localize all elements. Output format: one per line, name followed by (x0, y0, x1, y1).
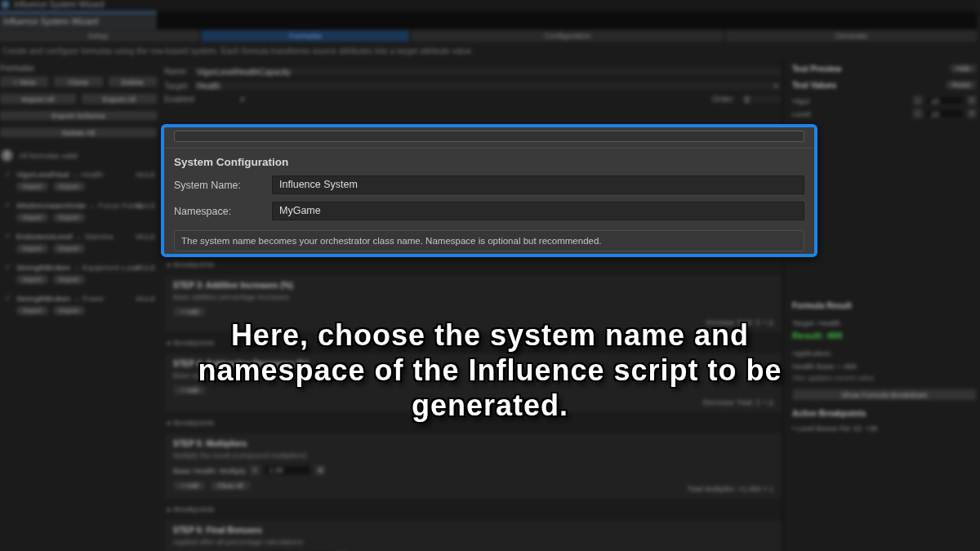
clone-formula-button[interactable]: Clone (53, 76, 103, 87)
remove-icon[interactable]: ⊗ (315, 465, 325, 475)
export-all-button[interactable]: Export All (81, 93, 158, 104)
checkmark-icon[interactable]: ✓ (5, 232, 11, 240)
formula-name: WisdomAwareSmite (16, 201, 86, 210)
formulas-sidebar: Formulas + New Clone Delete Import All E… (0, 59, 160, 551)
tab-formulas[interactable]: Formulas (202, 30, 409, 42)
screenshot-root: Influence System Wizard Influence System… (0, 0, 980, 551)
formula-badge: MULB (136, 233, 155, 241)
hide-button[interactable]: Hide (950, 64, 977, 73)
enabled-checkbox[interactable]: ✓ (238, 95, 247, 104)
import-all-button[interactable]: Import All (0, 93, 77, 104)
target-dropdown[interactable]: Health ▾ (192, 80, 782, 91)
reset-button[interactable]: Reset (946, 80, 977, 90)
multiplier-row: Base Health: Multiply × 1.05 ⊗ (173, 464, 773, 476)
breakpoints-foldout[interactable]: ▸ Breakpoints (167, 260, 782, 269)
formula-export-button[interactable]: Export (53, 306, 85, 315)
new-formula-button[interactable]: + New (0, 76, 49, 87)
window-title: Influence System Wizard (14, 0, 105, 9)
formula-import-button[interactable]: Import (16, 275, 48, 284)
namespace-row: Namespace: MyGame (174, 202, 804, 220)
formula-list-item[interactable]: ✓ StrengthBroken → Equipment Load MULB I… (0, 263, 158, 288)
info-icon: ! (1, 149, 13, 162)
caption-line: generated. (0, 388, 980, 423)
system-name-label: System Name: (174, 180, 272, 191)
active-breakpoint-item: • Level Bonus Per 10: +36 (792, 424, 977, 433)
checkmark-icon[interactable]: ✓ (5, 263, 11, 271)
step5-card: STEP 5: Multipliers Multiply the result … (164, 433, 782, 500)
system-configuration-callout: System Configuration System Name: Influe… (161, 124, 817, 257)
window-titlebar: Influence System Wizard (0, 0, 977, 11)
multiply-icon: × (250, 465, 260, 475)
system-name-input[interactable]: Influence System (272, 176, 804, 194)
formula-import-button[interactable]: Import (16, 306, 48, 315)
minus-button[interactable]: − (913, 109, 923, 118)
chevron-down-icon: ▾ (774, 82, 777, 90)
divider (164, 148, 814, 149)
target-label: Target: (164, 82, 192, 91)
test-values-header: Test Values Reset (792, 80, 977, 90)
checkmark-icon[interactable]: ✓ (5, 294, 11, 302)
result-title: Formula Result (792, 301, 852, 310)
delete-all-button[interactable]: Delete All (0, 127, 158, 138)
plus-button[interactable]: + (967, 96, 977, 105)
test-value-input[interactable]: 10 (926, 96, 964, 105)
step3-add-button[interactable]: + Add (173, 307, 206, 317)
validation-status-text: All formulas valid (19, 151, 78, 160)
test-preview-panel: Test Preview Hide Test Values Reset Vigo… (789, 59, 980, 551)
step3-desc: Base additive percentage increases (173, 293, 773, 301)
config-section-title: System Configuration (174, 156, 804, 168)
step3-title: STEP 3: Additive Increases (%) (173, 281, 773, 290)
formula-badge: MULB (136, 202, 155, 210)
order-input[interactable]: 0 (740, 94, 782, 104)
formula-import-button[interactable]: Import (16, 213, 48, 222)
step5-desc: Multiply the result (compound multiplier… (173, 451, 773, 460)
namespace-input[interactable]: MyGame (272, 202, 804, 220)
formula-list-item[interactable]: ✓ StrengthBroken → Power MULB Import Exp… (0, 294, 158, 319)
formula-name-input[interactable]: VigorLevelHealthCapacity (192, 66, 782, 77)
validation-status: ! All formulas valid (1, 149, 160, 162)
plus-button[interactable]: + (967, 109, 977, 118)
dock-tab-influence-wizard[interactable]: Influence System Wizard (0, 11, 157, 29)
sidebar-title: Formulas (0, 64, 160, 73)
test-value-input[interactable]: 10 (926, 109, 964, 118)
breakpoints-foldout[interactable]: ▸ Breakpoints (167, 504, 782, 514)
export-schema-button[interactable]: Export Schema (0, 110, 158, 121)
config-help-text: The system name becomes your orchestrato… (174, 230, 804, 251)
formula-export-button[interactable]: Export (53, 275, 85, 284)
test-value-row: Level − 10 + (792, 109, 977, 118)
formula-import-button[interactable]: Import (16, 182, 48, 191)
foldout-arrow-icon: ▸ (167, 504, 172, 513)
test-value-label: Level (792, 109, 841, 118)
formula-list-item[interactable]: ✓ EnduranceLevel → Stamina MULB Import E… (0, 232, 158, 257)
sidebar-button-row: + New Clone Delete (0, 76, 158, 87)
enabled-row: Enabled ✓ Order: 0 (164, 94, 782, 104)
minus-button[interactable]: − (913, 96, 923, 105)
formula-import-button[interactable]: Import (16, 244, 48, 253)
formula-export-button[interactable]: Export (53, 182, 85, 191)
delete-formula-button[interactable]: Delete (108, 76, 158, 87)
formula-name: StrengthBroken (16, 294, 70, 303)
checkmark-icon[interactable]: ✓ (5, 201, 11, 209)
formula-target: → Health (71, 170, 104, 179)
dock-tab-strip: Influence System Wizard (0, 11, 977, 29)
tab-configuration[interactable]: Configuration (412, 30, 724, 42)
formula-list-item[interactable]: ✓ VigorLevelHeal → Health MULB Import Ex… (0, 170, 158, 195)
formula-list-item[interactable]: ✓ WisdomAwareSmite → Focus Points MULB I… (0, 201, 158, 226)
multiplier-value-input[interactable]: 1.05 (264, 464, 311, 476)
formula-badge: MULB (136, 295, 155, 303)
step5-clear-all-button[interactable]: Clear All (210, 481, 251, 491)
tutorial-caption: Here, choose the system name and namespa… (0, 318, 980, 423)
app-window: Influence System Wizard Influence System… (0, 0, 980, 551)
namespace-label: Namespace: (174, 206, 272, 217)
checkmark-icon[interactable]: ✓ (5, 170, 11, 178)
sidebar-button-row-2: Import All Export All (0, 93, 158, 104)
enabled-label: Enabled (164, 95, 238, 104)
tab-setup[interactable]: Setup (0, 30, 199, 42)
step5-add-button[interactable]: + Add (173, 481, 206, 491)
formula-export-button[interactable]: Export (53, 213, 85, 222)
cropped-field (174, 131, 804, 142)
step5-title: STEP 5: Multipliers (173, 439, 773, 448)
tab-generate[interactable]: Generate (726, 30, 977, 42)
tab-description: Create and configure formulas using the … (2, 47, 474, 56)
formula-export-button[interactable]: Export (53, 244, 85, 253)
